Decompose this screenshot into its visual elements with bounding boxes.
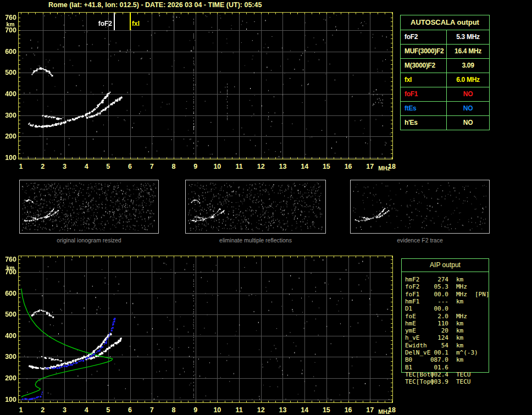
x-tick-label: 1: [14, 406, 27, 414]
x-tick-label: 6: [124, 163, 137, 170]
aip-row-label: foE: [405, 313, 416, 320]
autoscala-row-value: 5.3 MHz: [447, 30, 489, 44]
x-tick-label: 16: [342, 406, 355, 414]
aip-row-note: [PN]: [475, 291, 490, 298]
x-tick-label: 2: [36, 406, 49, 414]
autoscala-row-value: 16.4 MHz: [447, 45, 489, 58]
aip-row-unit: km: [456, 334, 463, 341]
y-tick-label: 500: [1, 311, 16, 318]
autoscala-row-label: ftEs: [401, 102, 447, 115]
aip-row: foE2.0MHz: [401, 313, 489, 320]
autoscala-window: Rome (lat: +41.8, lon: 012.5) - DATE: 20…: [0, 0, 532, 415]
aip-row: DelN_vE00.1m^(-3): [401, 349, 489, 356]
autoscala-row-value: 3.09: [447, 59, 489, 73]
autoscala-row-label: fxI: [401, 73, 447, 87]
aip-row-unit: TECU: [456, 378, 471, 385]
autoscala-row-value: 6.0 MHz: [447, 73, 489, 87]
y-tick-label: 300: [1, 353, 16, 361]
aip-row-unit: MHz: [456, 291, 467, 298]
x-tick-label: 8: [167, 406, 180, 414]
aip-row-unit: km: [456, 342, 463, 349]
thumbnail-f2trace-canvas: [351, 180, 489, 233]
aip-row-label: ymE: [405, 327, 416, 334]
aip-row-unit: km: [456, 356, 463, 363]
autoscala-table: AUTOSCALA output foF25.3 MHzMUF(3000)F21…: [400, 15, 490, 130]
aip-row-label: B0: [405, 356, 412, 363]
aip-row-unit: km: [456, 327, 463, 334]
autoscala-row-label: h'Es: [401, 116, 447, 130]
y-tick-label: 100: [1, 154, 16, 162]
aip-row-unit: TECU: [456, 371, 471, 378]
x-tick-label: 13: [276, 163, 289, 170]
y-tick-label: 100: [1, 396, 16, 403]
aip-row-unit: km: [456, 276, 463, 283]
y-tick-label: 760: [1, 256, 16, 263]
x-tick-label: 15: [320, 406, 333, 414]
fxi-marker-label: fxI: [132, 20, 140, 27]
aip-row-value: 274: [423, 276, 448, 283]
aip-row-value: 2.0: [423, 313, 448, 320]
y-tick-label: 300: [1, 112, 16, 119]
aip-row: h_vE124km: [401, 334, 489, 341]
autoscala-row-value: NO: [447, 87, 489, 101]
autoscala-row: h'EsNO: [401, 116, 489, 130]
x-tick-label: 6: [124, 406, 137, 414]
autoscala-row: fxI6.0 MHz: [401, 73, 489, 87]
y-tick-label: 500: [1, 69, 16, 76]
autoscala-row-value: NO: [447, 102, 489, 115]
fof2-marker-label: foF2: [87, 20, 112, 27]
x-tick-label: 13: [276, 406, 289, 414]
x-tick-label: 15: [320, 163, 333, 170]
x-tick-label: 10: [210, 163, 224, 170]
aip-row: B0087.0km: [401, 356, 489, 363]
x-tick-label: 5: [102, 406, 115, 414]
thumbnail-filtered-canvas: [186, 180, 325, 233]
aip-row-unit: km: [456, 320, 463, 327]
aip-row: foF205.3MHz: [401, 283, 489, 290]
aip-row-value: ---: [423, 298, 448, 305]
autoscala-header: AUTOSCALA output: [401, 15, 489, 30]
autoscala-row: M(3000)F23.09: [401, 59, 489, 73]
aip-row-value: 00.0: [423, 291, 448, 298]
x-tick-label: 11: [232, 163, 246, 170]
aip-row: hmE110km: [401, 320, 489, 327]
aip-header-divider: [401, 272, 489, 272]
autoscala-row: foF1NO: [401, 87, 489, 102]
x-tick-label: 12: [254, 406, 268, 414]
autoscala-row-label: foF2: [401, 30, 447, 44]
aip-row-value: 087.0: [423, 356, 448, 363]
autoscala-row: foF25.3 MHz: [401, 30, 489, 45]
mhz-unit-label: MHz: [376, 408, 392, 415]
thumbnail-original: [19, 180, 159, 234]
x-tick-label: 11: [232, 406, 246, 414]
aip-row: TEC[Top]003.9TECU: [401, 378, 489, 385]
x-tick-label: 2: [36, 163, 49, 170]
aip-row-label: foF1: [405, 291, 420, 298]
aip-row: hmF2274km: [401, 276, 489, 283]
aip-row-value: 54: [423, 342, 448, 349]
thumbnail-original-canvas: [20, 180, 158, 233]
aip-row-unit: MHz: [456, 283, 467, 290]
aip-row: foF100.0MHz[PN]: [401, 291, 489, 298]
autoscala-row-value: NO: [447, 116, 489, 130]
aip-row-label: h_vE: [405, 334, 420, 341]
x-tick-label: 7: [145, 406, 158, 414]
mhz-unit-label: MHz: [376, 165, 392, 171]
y-tick-label: 200: [1, 132, 16, 140]
x-tick-label: 17: [363, 406, 376, 414]
thumbnail-f2trace: [350, 180, 490, 234]
x-tick-label: 9: [189, 163, 202, 170]
aip-row-unit: m^(-3): [456, 349, 478, 356]
x-tick-label: 16: [342, 163, 355, 170]
aip-row-value: 05.3: [423, 283, 448, 290]
km-unit-label: km: [4, 264, 16, 271]
autoscala-row-label: MUF(3000)F2: [401, 45, 447, 58]
y-tick-label: 600: [1, 290, 16, 297]
aip-row-unit: km: [456, 298, 463, 305]
aip-row-label: D1: [405, 305, 412, 312]
ionogram-top-plot: [18, 12, 393, 159]
thumbnail-caption-original: original ionogram resized: [19, 237, 159, 244]
x-tick-label: 3: [58, 406, 71, 414]
aip-row-value: 00.0: [423, 305, 448, 312]
ionogram-bottom-plot: [18, 256, 393, 403]
